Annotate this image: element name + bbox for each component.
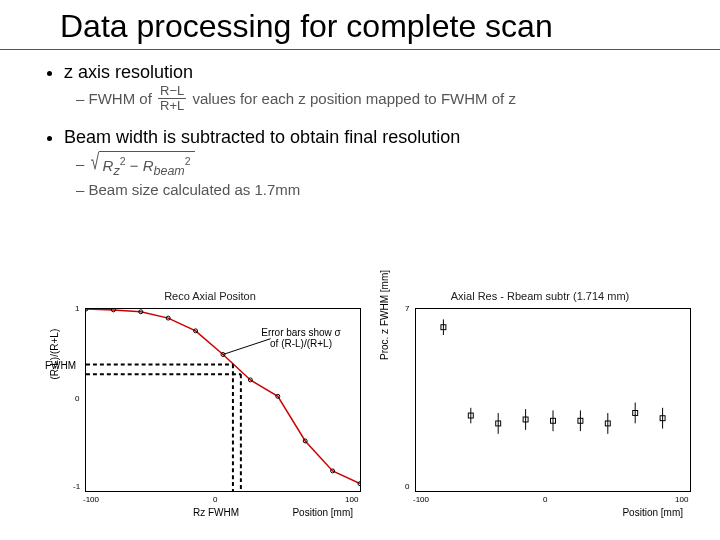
right-plot-title: Axial Res - Rbeam subtr (1.714 mm) bbox=[385, 290, 695, 302]
bullet-1: z axis resolution bbox=[64, 60, 684, 84]
bullet-1a: FWHM of R−LR+L values for each z positio… bbox=[92, 86, 684, 114]
left-plot: Reco Axial Positon (R-L)/(R+L) bbox=[55, 290, 365, 520]
bullet-2: Beam width is subtracted to obtain final… bbox=[64, 125, 684, 149]
left-plot-title: Reco Axial Positon bbox=[55, 290, 365, 302]
slide-title: Data processing for complete scan bbox=[0, 0, 720, 50]
left-plot-area: Error bars show σof (R-L)/(R+L) bbox=[85, 308, 361, 492]
right-plot-scatter bbox=[416, 309, 690, 491]
fwhm-label: FWHM bbox=[45, 360, 76, 371]
left-plot-xlabel: Position [mm] bbox=[292, 507, 353, 518]
bullet-content: z axis resolution FWHM of R−LR+L values … bbox=[0, 50, 720, 200]
left-plot-annotation: Error bars show σof (R-L)/(R+L) bbox=[256, 327, 346, 349]
plots-row: Reco Axial Positon (R-L)/(R+L) bbox=[55, 290, 685, 530]
rz-fwhm-label: Rz FWHM bbox=[193, 507, 239, 518]
left-plot-ylabel: (R-L)/(R+L) bbox=[49, 329, 60, 380]
right-plot-ylabel: Proc. z FWHM [mm] bbox=[379, 270, 390, 360]
right-plot: Axial Res - Rbeam subtr (1.714 mm) Proc.… bbox=[385, 290, 695, 520]
right-plot-xlabel: Position [mm] bbox=[622, 507, 683, 518]
bullet-2b: Beam size calculated as 1.7mm bbox=[92, 180, 684, 200]
bullet-2a: √Rz2 − Rbeam2 bbox=[92, 151, 684, 180]
right-plot-area bbox=[415, 308, 691, 492]
